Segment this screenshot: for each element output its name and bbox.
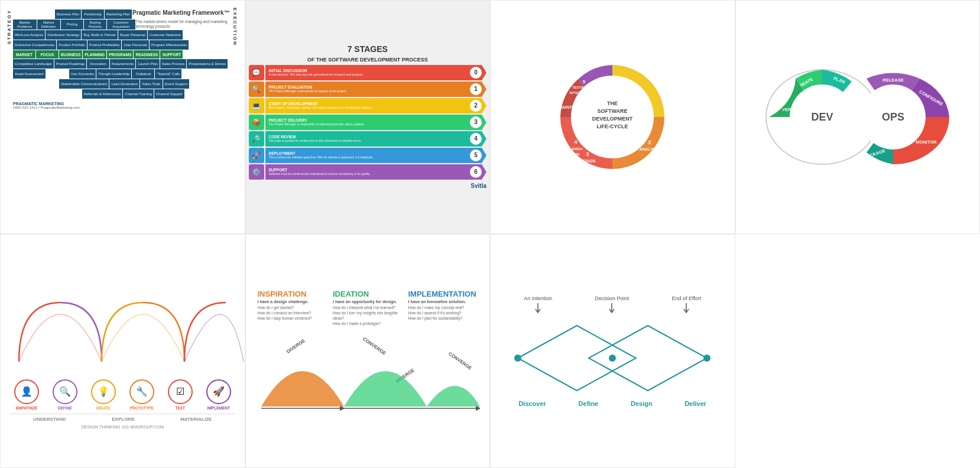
prag-box: Marketing Plan: [105, 9, 132, 19]
empathize-label: EMPATHIZE: [15, 406, 37, 410]
define-label: DEFINE: [58, 406, 72, 410]
prag-box: Asset Assessment: [13, 69, 46, 79]
stage-item-0: 💬 INITIAL DISCUSSION A vital element. Th…: [249, 65, 487, 80]
implementation-text: How do I make my concept real?How do I a…: [408, 305, 478, 321]
dd-header-intention: An Intention: [524, 295, 552, 315]
prag-box: Lead Generation: [109, 79, 139, 89]
dd-header-row: An Intention Decision Point End of Effor…: [502, 295, 723, 315]
dt-group-explore: EXPLORE: [112, 417, 134, 422]
svg-text:ANALYSIS: ANALYSIS: [640, 147, 660, 151]
dd-label-deliver[interactable]: Deliver: [684, 400, 706, 407]
dt-phase-prototype: 🔧 PROTOTYPE: [124, 379, 160, 410]
stage-icon: 📦: [249, 115, 264, 130]
dt-phase-empathize: 👤 EMPATHIZE: [9, 379, 44, 410]
test-circle: ☑: [168, 379, 193, 404]
svg-text:THE: THE: [607, 100, 618, 106]
prag-box: Competitive Landscape: [13, 59, 54, 69]
prototype-circle: 🔧: [129, 379, 154, 404]
stage-num: 3: [470, 116, 482, 128]
prag-box: Collateral: [132, 69, 154, 79]
stage-num: 1: [470, 83, 482, 95]
stage-num: 4: [470, 133, 482, 145]
prag-empty: [59, 89, 82, 99]
stage-icon: ⚙️: [249, 164, 264, 180]
ideate-circle: 💡: [91, 379, 116, 404]
svg-text:CONVERGE: CONVERGE: [362, 336, 387, 356]
triple-col-implementation: IMPLEMENTATION I have an innovative solu…: [405, 290, 481, 326]
dt-phase-ideate: 💡 IDEATE: [86, 379, 121, 410]
prag-box: Distribution Strategy: [46, 30, 81, 40]
svg-text:DESIGN: DESIGN: [580, 159, 596, 163]
ideate-label: IDEATE: [96, 406, 110, 410]
stage-title: DEPLOYMENT: [269, 151, 374, 155]
svg-marker-42: [518, 326, 636, 391]
prag-logo: PRAGMATIC MARKETING (480) 515-1411 • Pra…: [13, 102, 230, 109]
main-grid: STRATEGY Business Plan Positioning Marke…: [0, 0, 980, 468]
ideation-title: IDEATION: [333, 290, 403, 298]
dt-groups-row: UNDERSTAND EXPLORE MATERIALIZE: [10, 414, 235, 422]
prag-box: User Personas: [122, 40, 149, 50]
stage-num: 0: [470, 67, 482, 79]
implement-circle: 🚀: [206, 379, 231, 404]
prag-header: PLANNING: [83, 50, 106, 58]
prag-header: SUPPORT: [160, 50, 183, 58]
dd-label-define[interactable]: Define: [579, 400, 599, 407]
stage-bar: CODE REVIEW The code is pushed for revie…: [265, 131, 487, 147]
dd-header-label: An Intention: [524, 295, 552, 301]
prag-box: Product Roadmap: [54, 59, 86, 69]
empathize-circle: 👤: [14, 379, 39, 404]
execution-label: EXECUTION: [231, 6, 239, 47]
stage-title: CODE REVIEW: [269, 135, 362, 139]
prag-box: Program Effectiveness: [150, 40, 189, 50]
prag-box: "Special" Calls: [155, 69, 181, 79]
dt-phase-implement: 🚀 IMPLEMENT: [201, 379, 236, 410]
dd-label-discover[interactable]: Discover: [518, 400, 546, 407]
stage-title: PROJECT EVALUATION: [269, 85, 347, 89]
stage-desc: The Project Manager is responsible for d…: [269, 122, 365, 126]
prag-empty: [13, 79, 35, 89]
test-label: TEST: [175, 406, 185, 410]
stage-bar: DEPLOYMENT This is where the software go…: [265, 148, 487, 163]
prag-empty: [36, 89, 59, 99]
down-arrow-icon: [608, 303, 615, 315]
prag-box: Business Plan: [55, 9, 81, 19]
prag-box: Buyer Personas: [118, 30, 147, 40]
dt-phase-define: 🔍 DEFINE: [47, 379, 83, 410]
svg-text:4: 4: [575, 139, 577, 145]
dd-label-design[interactable]: Design: [631, 400, 653, 407]
svg-marker-43: [589, 326, 707, 391]
stage-item-4: 🔎 CODE REVIEW The code is pushed for rev…: [249, 131, 487, 147]
dd-header-label: End of Effort: [671, 295, 701, 301]
stage-title: START OF DEVELOPMENT: [269, 102, 373, 106]
stage-title: SUPPORT: [269, 168, 371, 172]
svg-text:OPS: OPS: [882, 111, 904, 123]
stage-item-3: 📦 PROJECT DELIVERY The Project Manager i…: [249, 115, 487, 130]
prag-header: MARKET: [13, 50, 35, 58]
design-thinking-diagram: [0, 273, 245, 376]
prag-empty: [36, 79, 59, 89]
down-arrow-icon: [534, 303, 541, 315]
prag-box: Customer Acquisition: [107, 20, 135, 30]
prag-box: Launch Plan: [136, 59, 159, 69]
inspiration-title: INSPIRATION: [258, 290, 327, 298]
svg-text:5: 5: [583, 79, 586, 84]
stage-icon: 💻: [249, 98, 264, 113]
prag-box: Innovation: [87, 59, 109, 69]
devops-diagram: CREATE PLAN VERIFY DEV RELEASE CONFIGURE: [757, 52, 958, 182]
triple-col-inspiration: INSPIRATION I have a design challenge. H…: [255, 290, 330, 326]
framework-title: Pragmatic Marketing Framework™: [132, 9, 230, 17]
stage-num: 5: [470, 150, 482, 161]
svg-text:DEVELOPMENT: DEVELOPMENT: [592, 116, 633, 122]
strategy-label: STRATEGY: [7, 9, 12, 44]
stage-title: INITIAL DISCUSSION: [269, 69, 364, 73]
prototype-label: PROTOTYPE: [130, 406, 154, 410]
cell-pragmatic-marketing: STRATEGY Business Plan Positioning Marke…: [0, 0, 245, 234]
prag-header: BUSINESS: [59, 50, 82, 58]
stage-num: 2: [470, 100, 482, 112]
stage-desc: The code is pushed for review prior to t…: [269, 139, 362, 143]
stage-icon: 💬: [249, 65, 264, 80]
prag-box: Thought Leadership: [96, 69, 131, 79]
ideation-text: How do I interpret what I've learned?How…: [333, 305, 403, 326]
down-arrow-icon: [683, 303, 690, 315]
stage-item-6: ⚙️ SUPPORT Software must be continuously…: [249, 164, 487, 180]
